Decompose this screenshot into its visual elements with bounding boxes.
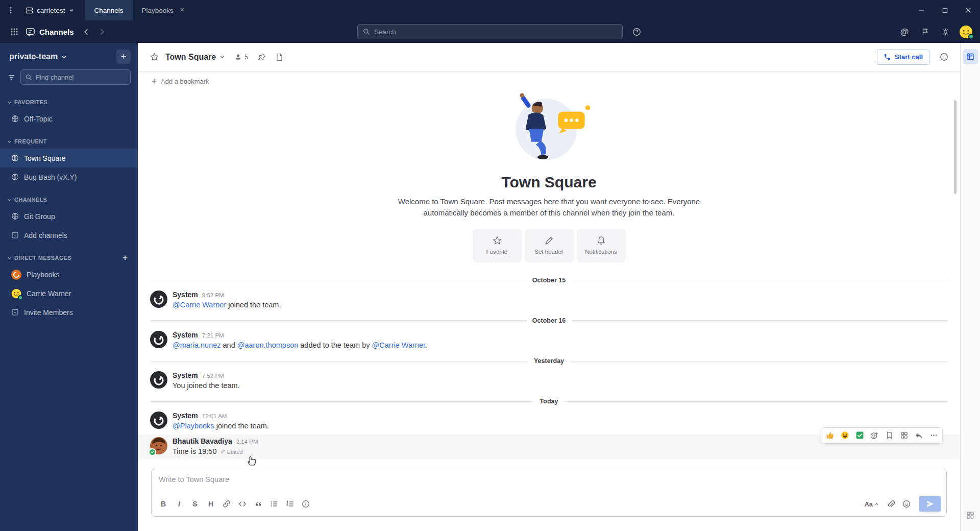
link-button[interactable] bbox=[219, 497, 234, 511]
history-back-button[interactable] bbox=[79, 24, 94, 39]
channel-members-button[interactable]: 5 bbox=[230, 51, 252, 63]
tab-playbooks[interactable]: Playbooks × bbox=[133, 0, 195, 20]
italic-button[interactable]: I bbox=[172, 497, 187, 511]
intro-notifications-button[interactable]: Notifications bbox=[577, 229, 626, 262]
tab-channels[interactable]: Channels bbox=[85, 0, 133, 20]
paperclip-icon bbox=[887, 500, 895, 508]
message-sender[interactable]: System bbox=[173, 331, 198, 339]
app-menu-button[interactable] bbox=[0, 0, 21, 20]
chevron-up-icon bbox=[874, 502, 879, 506]
channel-label: Add channels bbox=[24, 231, 67, 239]
history-forward-button[interactable] bbox=[94, 24, 110, 39]
reply-button[interactable] bbox=[912, 429, 926, 442]
add-bookmark-button[interactable]: Add a bookmark bbox=[147, 76, 213, 87]
date-label: October 16 bbox=[526, 317, 572, 324]
message-post: Bhautik Bavadiya 2:14 PM Time is 19:50Ed… bbox=[138, 435, 960, 460]
user-avatar-bhautik[interactable] bbox=[150, 437, 167, 454]
quick-reaction-white-check-mark[interactable] bbox=[852, 429, 867, 442]
message-sender[interactable]: System bbox=[173, 291, 198, 299]
favorite-channel-button[interactable] bbox=[146, 49, 162, 65]
settings-button[interactable] bbox=[937, 23, 953, 40]
mention-link[interactable]: @maria.nunez bbox=[173, 341, 221, 349]
section-header-channels[interactable]: CHANNELS bbox=[0, 192, 138, 207]
section-header-favorites[interactable]: FAVORITES bbox=[0, 95, 138, 109]
star-icon bbox=[493, 236, 502, 245]
message-input[interactable] bbox=[152, 469, 946, 495]
start-call-button[interactable]: Start call bbox=[877, 50, 929, 65]
sidebar-item-dm-carrie-warner[interactable]: Carrie Warner bbox=[0, 284, 138, 303]
formatting-help-button[interactable] bbox=[298, 497, 313, 511]
recent-mentions-button[interactable]: @ bbox=[896, 23, 913, 40]
heading-button[interactable]: H bbox=[203, 497, 218, 511]
product-switcher-button[interactable] bbox=[6, 23, 22, 40]
maximize-button[interactable] bbox=[933, 0, 957, 20]
sidebar-item-invite-members[interactable]: Invite Members bbox=[0, 303, 138, 322]
team-menu-button[interactable]: private-team bbox=[9, 52, 67, 61]
numbered-list-button[interactable] bbox=[282, 497, 298, 511]
date-divider: October 16 bbox=[150, 313, 948, 328]
sidebar-item-bug-bash[interactable]: Bug Bash (vX.Y) bbox=[0, 167, 138, 186]
help-button[interactable] bbox=[629, 24, 644, 39]
global-search[interactable] bbox=[357, 24, 623, 39]
message-list: Town Square Welcome to Town Square. Post… bbox=[138, 91, 960, 469]
sidebar-item-town-square[interactable]: Town Square bbox=[0, 149, 138, 167]
channel-title-menu[interactable]: Town Square bbox=[163, 49, 229, 65]
quote-button[interactable] bbox=[251, 497, 266, 511]
composer-toolbar: B I S H bbox=[152, 495, 946, 516]
saved-messages-button[interactable] bbox=[917, 23, 933, 40]
search-input[interactable] bbox=[374, 28, 617, 36]
mention-link[interactable]: @Carrie Warner bbox=[372, 341, 425, 349]
mention-link[interactable]: @Carrie Warner bbox=[173, 301, 226, 309]
user-avatar-button[interactable] bbox=[958, 23, 974, 40]
channel-intro-title: Town Square bbox=[138, 174, 960, 191]
arrow-back-icon bbox=[83, 28, 90, 36]
attach-file-button[interactable] bbox=[883, 497, 898, 511]
message-sender[interactable]: System bbox=[173, 412, 198, 420]
bold-button[interactable]: B bbox=[156, 497, 171, 511]
channel-files-button[interactable] bbox=[271, 49, 287, 65]
sidebar-item-git-group[interactable]: Git Group bbox=[0, 207, 138, 226]
sidebar-item-off-topic[interactable]: Off-Topic bbox=[0, 109, 138, 128]
message-text-part: You joined the team. bbox=[173, 381, 240, 390]
message-list-scrollbar[interactable] bbox=[954, 100, 957, 194]
sidebar-item-add-channels[interactable]: Add channels bbox=[0, 226, 138, 245]
bookmark-icon bbox=[886, 431, 893, 439]
find-channel-box[interactable] bbox=[20, 69, 131, 85]
thumbs-up-icon bbox=[826, 431, 835, 440]
app-marketplace-button[interactable] bbox=[963, 508, 978, 523]
toggle-formatting-button[interactable]: Aa bbox=[861, 497, 883, 511]
send-message-button[interactable] bbox=[919, 496, 941, 512]
minimize-button[interactable] bbox=[910, 0, 933, 20]
strikethrough-button[interactable]: S bbox=[187, 497, 203, 511]
add-channel-button[interactable]: + bbox=[116, 50, 131, 64]
quick-reaction-grinning[interactable] bbox=[838, 429, 852, 442]
quick-reaction-thumbs-up[interactable] bbox=[823, 429, 837, 442]
pinned-posts-button[interactable] bbox=[254, 49, 270, 65]
message-sender[interactable]: System bbox=[173, 371, 198, 379]
sidebar-item-dm-playbooks[interactable]: Playbooks bbox=[0, 265, 138, 284]
mention-link[interactable]: @Playbooks bbox=[173, 422, 214, 430]
active-app-button[interactable] bbox=[963, 49, 978, 64]
tab-close-button[interactable]: × bbox=[178, 6, 186, 14]
more-actions-button[interactable] bbox=[926, 429, 941, 442]
add-reaction-button[interactable] bbox=[867, 429, 881, 442]
message-sender[interactable]: Bhautik Bavadiya bbox=[173, 437, 232, 445]
code-button[interactable] bbox=[235, 497, 250, 511]
channel-info-button[interactable] bbox=[936, 49, 952, 65]
intro-favorite-button[interactable]: Favorite bbox=[473, 229, 522, 262]
section-header-frequent[interactable]: FREQUENT bbox=[0, 134, 138, 149]
close-window-button[interactable] bbox=[957, 0, 980, 20]
add-direct-message-button[interactable]: + bbox=[119, 252, 131, 263]
find-channel-input[interactable] bbox=[36, 74, 126, 81]
message-text: You joined the team. bbox=[173, 380, 948, 391]
server-selector[interactable]: carrietest bbox=[21, 0, 81, 20]
channel-filter-button[interactable] bbox=[6, 70, 17, 84]
arrow-forward-icon bbox=[98, 28, 106, 36]
message-apps-button[interactable] bbox=[897, 429, 911, 442]
section-header-direct-messages[interactable]: DIRECT MESSAGES + bbox=[0, 251, 138, 265]
bulleted-list-button[interactable] bbox=[266, 497, 282, 511]
mention-link[interactable]: @aaron.thompson bbox=[237, 341, 299, 349]
intro-set-header-button[interactable]: Set header bbox=[525, 229, 574, 262]
save-message-button[interactable] bbox=[882, 429, 896, 442]
emoji-picker-button[interactable] bbox=[899, 497, 914, 511]
